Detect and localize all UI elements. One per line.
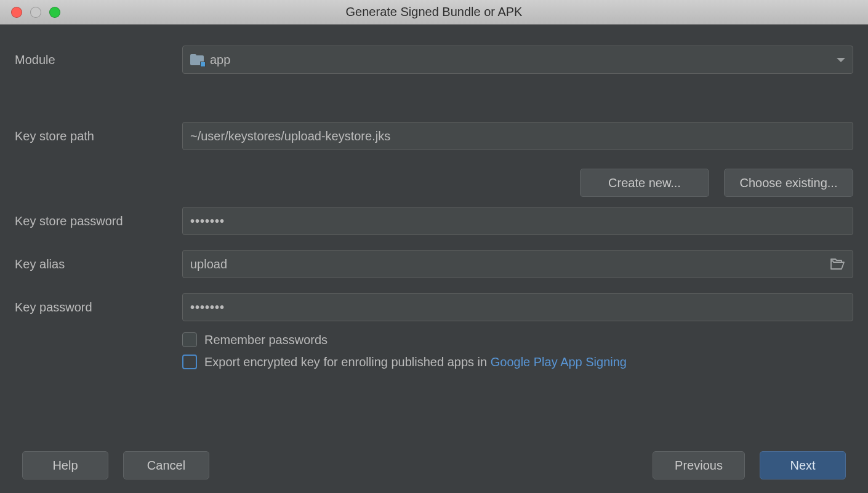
choose-existing-keystore-button[interactable]: Choose existing... — [724, 169, 853, 197]
next-button[interactable]: Next — [760, 451, 846, 479]
cancel-button[interactable]: Cancel — [123, 451, 209, 479]
remember-passwords-checkbox[interactable] — [182, 332, 197, 347]
google-play-app-signing-link[interactable]: Google Play App Signing — [491, 355, 627, 369]
module-selected-value: app — [210, 53, 230, 67]
key-password-value: ••••••• — [190, 300, 225, 315]
key-alias-value: upload — [190, 257, 227, 271]
previous-button[interactable]: Previous — [653, 451, 745, 479]
keystore-path-label: Key store path — [15, 129, 182, 143]
key-password-input[interactable]: ••••••• — [182, 293, 853, 321]
minimize-window-button[interactable] — [30, 7, 41, 18]
export-encrypted-key-checkbox[interactable] — [182, 355, 197, 369]
folder-open-icon[interactable] — [830, 258, 845, 270]
module-dropdown[interactable]: app — [182, 46, 853, 74]
keystore-password-label: Key store password — [15, 214, 182, 228]
keystore-path-input[interactable]: ~/user/keystores/upload-keystore.jks — [182, 122, 853, 150]
window-controls — [11, 7, 60, 18]
key-alias-label: Key alias — [15, 257, 182, 271]
maximize-window-button[interactable] — [49, 7, 60, 18]
chevron-down-icon — [837, 58, 845, 62]
keystore-password-input[interactable]: ••••••• — [182, 207, 853, 235]
key-alias-input[interactable]: upload — [182, 250, 853, 278]
keystore-path-value: ~/user/keystores/upload-keystore.jks — [190, 129, 390, 143]
dialog-footer: Help Cancel Previous Next — [0, 451, 868, 479]
close-window-button[interactable] — [11, 7, 22, 18]
help-button[interactable]: Help — [22, 451, 108, 479]
window-title: Generate Signed Bundle or APK — [0, 5, 868, 19]
keystore-password-value: ••••••• — [190, 214, 225, 228]
module-label: Module — [15, 53, 182, 67]
create-new-keystore-button[interactable]: Create new... — [580, 169, 709, 197]
key-password-label: Key password — [15, 300, 182, 315]
module-folder-icon — [190, 54, 204, 65]
export-encrypted-key-label: Export encrypted key for enrolling publi… — [204, 355, 491, 369]
remember-passwords-label: Remember passwords — [204, 333, 328, 347]
titlebar: Generate Signed Bundle or APK — [0, 0, 868, 25]
